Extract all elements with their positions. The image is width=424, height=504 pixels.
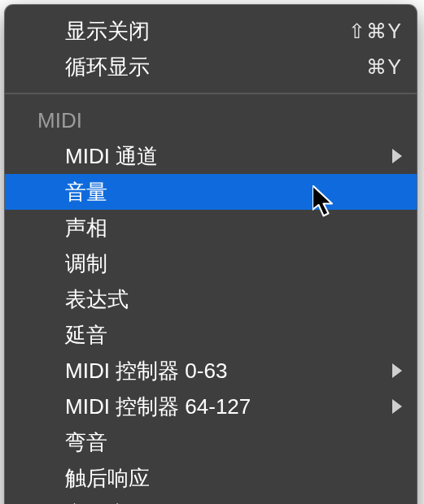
menu-item-label: 触后响应: [65, 460, 402, 496]
menu-item-program-change[interactable]: 音色变化: [5, 496, 417, 504]
menu-item-shortcut: ⇧⌘Y: [348, 13, 402, 49]
menu-item-label: 声相: [65, 210, 402, 245]
menu-item-label: 循环显示: [65, 49, 366, 85]
context-menu: 显示关闭 ⇧⌘Y 循环显示 ⌘Y MIDI MIDI 通道 音量 声相 调制 表…: [5, 5, 417, 504]
chevron-right-icon: [392, 399, 402, 414]
menu-item-aftertouch[interactable]: 触后响应: [5, 460, 417, 496]
menu-item-modulation[interactable]: 调制: [5, 245, 417, 281]
menu-section-header: MIDI: [5, 102, 417, 138]
menu-item-label: 音量: [65, 174, 402, 210]
menu-separator: [5, 93, 417, 94]
menu-item-show-close[interactable]: 显示关闭 ⇧⌘Y: [5, 13, 417, 49]
menu-item-shortcut: ⌘Y: [366, 49, 402, 85]
menu-item-label: MIDI 控制器 64-127: [65, 389, 402, 424]
menu-item-label: MIDI 通道: [65, 138, 402, 174]
menu-item-label: 显示关闭: [65, 13, 348, 49]
menu-item-expression[interactable]: 表达式: [5, 281, 417, 317]
chevron-right-icon: [392, 149, 402, 163]
menu-item-cycle-display[interactable]: 循环显示 ⌘Y: [5, 49, 417, 85]
menu-item-midi-ctrl-0-63[interactable]: MIDI 控制器 0-63: [5, 353, 417, 389]
menu-item-label: 弯音: [65, 424, 402, 460]
menu-item-midi-channel[interactable]: MIDI 通道: [5, 138, 417, 174]
menu-item-label: 音色变化: [65, 496, 402, 504]
menu-item-label: 延音: [65, 317, 402, 353]
menu-item-midi-ctrl-64-127[interactable]: MIDI 控制器 64-127: [5, 389, 417, 424]
menu-item-volume[interactable]: 音量: [5, 174, 417, 210]
menu-item-sustain[interactable]: 延音: [5, 317, 417, 353]
menu-item-pitch-bend[interactable]: 弯音: [5, 424, 417, 460]
menu-item-pan[interactable]: 声相: [5, 210, 417, 245]
menu-item-label: 表达式: [65, 281, 402, 317]
chevron-right-icon: [392, 363, 402, 378]
menu-item-label: 调制: [65, 245, 402, 281]
menu-item-label: MIDI 控制器 0-63: [65, 353, 402, 389]
section-header-label: MIDI: [37, 108, 82, 133]
